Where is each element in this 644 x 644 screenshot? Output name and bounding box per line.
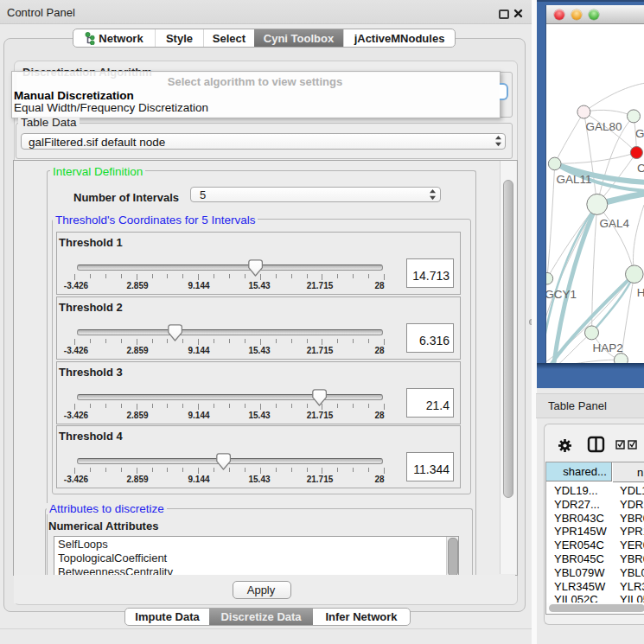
svg-text:G.: G. xyxy=(635,127,644,140)
svg-text:GAL11: GAL11 xyxy=(556,173,591,186)
svg-text:GCY1: GCY1 xyxy=(546,288,577,301)
svg-text:H.: H. xyxy=(637,286,644,299)
svg-text:GAL80: GAL80 xyxy=(585,120,622,133)
svg-text:C.: C. xyxy=(637,162,644,175)
svg-text:GAL4: GAL4 xyxy=(600,217,630,230)
svg-text:HAP2: HAP2 xyxy=(593,341,623,354)
